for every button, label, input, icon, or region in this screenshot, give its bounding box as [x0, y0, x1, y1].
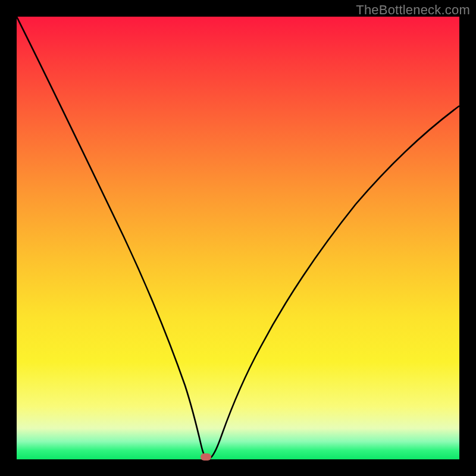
bottleneck-curve-path [17, 17, 459, 458]
chart-curve-layer [17, 17, 459, 459]
optimal-point-marker [201, 453, 211, 461]
watermark-text: TheBottleneck.com [356, 2, 470, 18]
chart-frame: TheBottleneck.com [0, 0, 476, 476]
